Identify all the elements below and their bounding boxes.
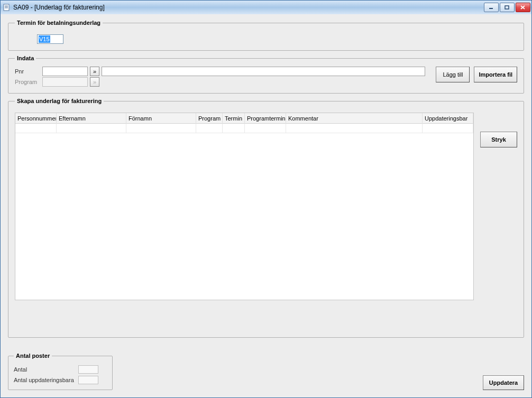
app-window: SA09 - [Underlag för fakturering] Termin… xyxy=(0,0,532,398)
group-skapa-legend: Skapa underlag för fakturering xyxy=(15,98,104,104)
termin-value: V15 xyxy=(39,35,50,43)
col-personnummer[interactable]: Personnummer xyxy=(15,113,57,124)
svg-rect-0 xyxy=(4,4,9,11)
col-efternamn[interactable]: Efternamn xyxy=(57,113,126,124)
group-antal: Antal poster Antal Antal uppdateringsbar… xyxy=(8,353,113,390)
group-termin: Termin för betalningsunderlag V15 xyxy=(8,20,524,51)
svg-rect-5 xyxy=(505,6,509,9)
uppdatera-button[interactable]: Uppdatera xyxy=(483,375,524,390)
content-area: Termin för betalningsunderlag V15 Indata… xyxy=(1,14,531,397)
program-input xyxy=(42,77,88,87)
stryk-button[interactable]: Stryk xyxy=(480,132,517,147)
group-indata: Indata Pnr » Program xyxy=(8,55,524,94)
group-antal-legend: Antal poster xyxy=(14,353,52,359)
col-program[interactable]: Program xyxy=(196,113,223,124)
chevron-right-icon: » xyxy=(93,69,96,75)
col-programtermin[interactable]: Programtermin xyxy=(245,113,286,124)
pnr-lookup-button[interactable]: » xyxy=(90,67,99,76)
col-uppdateringsbar[interactable]: Uppdateringsbar xyxy=(423,113,473,124)
data-table[interactable]: Personnummer Efternamn Förnamn Program T… xyxy=(15,113,474,300)
group-skapa: Skapa underlag för fakturering Personnum… xyxy=(8,98,524,338)
bottom-area: Antal poster Antal Antal uppdateringsbar… xyxy=(8,353,524,390)
pnr-label: Pnr xyxy=(15,68,40,75)
antal-uppdateringsbara-value xyxy=(78,376,98,384)
pnr-input[interactable] xyxy=(42,67,88,76)
col-fornamn[interactable]: Förnamn xyxy=(126,113,196,124)
titlebar-left: SA09 - [Underlag för fakturering] xyxy=(3,3,105,12)
window-controls xyxy=(484,3,530,12)
add-button[interactable]: Lägg till xyxy=(436,67,470,82)
table-row[interactable] xyxy=(15,124,473,133)
app-icon xyxy=(3,3,11,12)
import-file-button[interactable]: Importera fil xyxy=(474,67,517,82)
program-label: Program xyxy=(15,79,40,85)
chevron-right-icon: » xyxy=(93,79,96,85)
pnr-description-input[interactable] xyxy=(102,67,425,76)
maximize-button[interactable] xyxy=(500,3,515,12)
antal-label: Antal xyxy=(14,366,75,373)
titlebar: SA09 - [Underlag för fakturering] xyxy=(1,1,531,14)
program-lookup-button: » xyxy=(90,77,99,87)
antal-value xyxy=(78,365,98,374)
col-kommentar[interactable]: Kommentar xyxy=(286,113,423,124)
close-button[interactable] xyxy=(516,3,530,12)
col-termin[interactable]: Termin xyxy=(223,113,245,124)
termin-input[interactable]: V15 xyxy=(37,34,63,44)
group-termin-legend: Termin för betalningsunderlag xyxy=(15,20,103,26)
antal-uppdateringsbara-label: Antal uppdateringsbara xyxy=(14,377,75,383)
window-title: SA09 - [Underlag för fakturering] xyxy=(13,4,105,11)
group-indata-legend: Indata xyxy=(15,55,36,61)
minimize-button[interactable] xyxy=(484,3,499,12)
table-header: Personnummer Efternamn Förnamn Program T… xyxy=(15,113,473,124)
